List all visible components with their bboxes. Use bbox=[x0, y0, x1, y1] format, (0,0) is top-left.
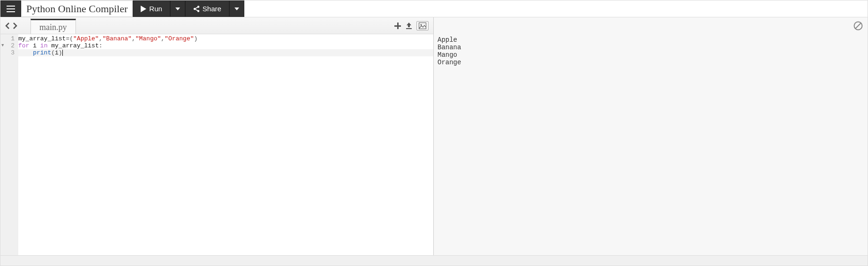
svg-rect-2 bbox=[7, 11, 15, 12]
text-cursor bbox=[62, 50, 63, 56]
plus-icon bbox=[394, 22, 401, 30]
share-icon bbox=[193, 6, 200, 12]
svg-marker-10 bbox=[234, 8, 239, 10]
gutter: 1 ▼2 3 bbox=[0, 34, 18, 255]
code-editor[interactable]: 1 ▼2 3 my_array_list=("Apple","Banana","… bbox=[0, 34, 433, 255]
run-button[interactable]: Run bbox=[133, 0, 170, 17]
output-line: Apple bbox=[438, 36, 457, 44]
output-console[interactable]: Apple Banana Mango Orange bbox=[434, 34, 868, 255]
chevron-left-icon bbox=[5, 22, 10, 30]
svg-rect-12 bbox=[394, 25, 401, 27]
output-line: Orange bbox=[438, 59, 461, 66]
svg-line-8 bbox=[195, 7, 198, 9]
code-body: my_array_list=("Apple","Banana","Mango",… bbox=[18, 34, 433, 255]
svg-rect-0 bbox=[7, 6, 15, 7]
svg-marker-3 bbox=[141, 6, 146, 12]
main-area: main.py bbox=[0, 17, 868, 255]
line-number: ▼2 bbox=[0, 42, 18, 49]
top-toolbar: Python Online Compiler Run bbox=[0, 0, 868, 17]
output-line: Banana bbox=[438, 44, 461, 51]
prev-file-button[interactable] bbox=[4, 22, 11, 30]
page-title: Python Online Compiler bbox=[21, 0, 133, 17]
next-file-button[interactable] bbox=[12, 22, 18, 30]
nav-arrows bbox=[0, 22, 22, 30]
output-line: Mango bbox=[438, 51, 457, 59]
upload-button[interactable] bbox=[405, 21, 413, 30]
editor-toolbar: main.py bbox=[0, 17, 433, 34]
share-dropdown-button[interactable] bbox=[229, 0, 244, 17]
svg-rect-1 bbox=[7, 8, 15, 9]
svg-marker-13 bbox=[407, 23, 411, 27]
caret-down-icon bbox=[175, 8, 180, 10]
image-icon bbox=[419, 23, 426, 29]
status-bar bbox=[0, 255, 868, 266]
stop-icon bbox=[853, 21, 863, 30]
output-toolbar bbox=[434, 17, 868, 34]
share-label: Share bbox=[203, 5, 221, 13]
upload-icon bbox=[405, 22, 413, 30]
stop-button[interactable] bbox=[853, 21, 863, 30]
line-number: 1 bbox=[0, 35, 18, 42]
chevron-right-icon bbox=[13, 22, 17, 30]
output-pane: Apple Banana Mango Orange bbox=[434, 17, 868, 255]
run-dropdown-button[interactable] bbox=[170, 0, 185, 17]
code-line: print(i) bbox=[18, 49, 433, 56]
run-button-group: Run bbox=[133, 0, 185, 17]
svg-line-9 bbox=[195, 9, 198, 11]
image-button[interactable] bbox=[416, 21, 429, 30]
share-button[interactable]: Share bbox=[185, 0, 229, 17]
caret-down-icon bbox=[234, 8, 239, 10]
new-file-button[interactable] bbox=[394, 21, 401, 30]
svg-line-18 bbox=[856, 23, 861, 28]
svg-point-16 bbox=[421, 24, 422, 25]
svg-rect-14 bbox=[406, 28, 412, 29]
tab-main-py[interactable]: main.py bbox=[30, 19, 76, 34]
editor-pane: main.py bbox=[0, 17, 434, 255]
menu-button[interactable] bbox=[0, 0, 21, 17]
line-number: 3 bbox=[0, 49, 18, 56]
svg-marker-4 bbox=[175, 8, 180, 10]
share-button-group: Share bbox=[185, 0, 244, 17]
play-icon bbox=[141, 6, 146, 12]
code-line: my_array_list=("Apple","Banana","Mango",… bbox=[18, 35, 433, 42]
fold-marker-icon[interactable]: ▼ bbox=[1, 42, 4, 49]
editor-actions bbox=[394, 21, 433, 30]
hamburger-icon bbox=[7, 6, 15, 12]
code-line: for i in my_array_list: bbox=[18, 42, 433, 49]
run-label: Run bbox=[149, 5, 162, 13]
